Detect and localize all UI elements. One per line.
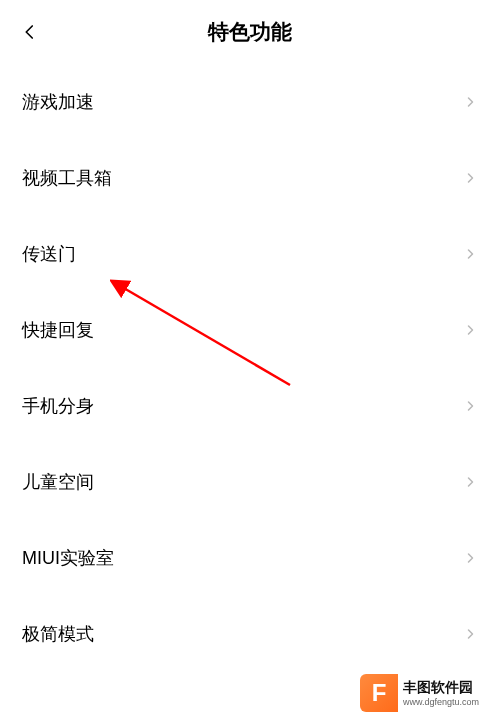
watermark-text: 丰图软件园 www.dgfengtu.com	[398, 679, 479, 707]
list-item-kids-space[interactable]: 儿童空间	[22, 444, 478, 520]
item-label: 手机分身	[22, 394, 94, 418]
list-item-game-turbo[interactable]: 游戏加速	[22, 64, 478, 140]
list-item-portal[interactable]: 传送门	[22, 216, 478, 292]
item-label: MIUI实验室	[22, 546, 114, 570]
watermark: F 丰图软件园 www.dgfengtu.com	[360, 663, 500, 723]
header-bar: 特色功能	[0, 0, 500, 64]
chevron-right-icon	[462, 474, 478, 490]
item-label: 快捷回复	[22, 318, 94, 342]
list-item-miui-lab[interactable]: MIUI实验室	[22, 520, 478, 596]
page-title: 特色功能	[208, 18, 292, 46]
chevron-right-icon	[462, 246, 478, 262]
back-button[interactable]	[18, 20, 42, 44]
item-label: 极简模式	[22, 622, 94, 646]
chevron-right-icon	[462, 94, 478, 110]
item-label: 视频工具箱	[22, 166, 112, 190]
list-item-video-toolbox[interactable]: 视频工具箱	[22, 140, 478, 216]
item-label: 儿童空间	[22, 470, 94, 494]
list-item-quick-reply[interactable]: 快捷回复	[22, 292, 478, 368]
watermark-url: www.dgfengtu.com	[403, 697, 479, 707]
chevron-right-icon	[462, 398, 478, 414]
item-label: 游戏加速	[22, 90, 94, 114]
list-item-second-space[interactable]: 手机分身	[22, 368, 478, 444]
item-label: 传送门	[22, 242, 76, 266]
chevron-right-icon	[462, 550, 478, 566]
chevron-left-icon	[21, 23, 39, 41]
watermark-name: 丰图软件园	[403, 679, 479, 697]
chevron-right-icon	[462, 626, 478, 642]
list-item-lite-mode[interactable]: 极简模式	[22, 596, 478, 672]
settings-list: 游戏加速 视频工具箱 传送门 快捷回复 手机分身 儿童空间 MIUI实验室	[0, 64, 500, 672]
watermark-logo-icon: F	[360, 674, 398, 712]
chevron-right-icon	[462, 322, 478, 338]
chevron-right-icon	[462, 170, 478, 186]
